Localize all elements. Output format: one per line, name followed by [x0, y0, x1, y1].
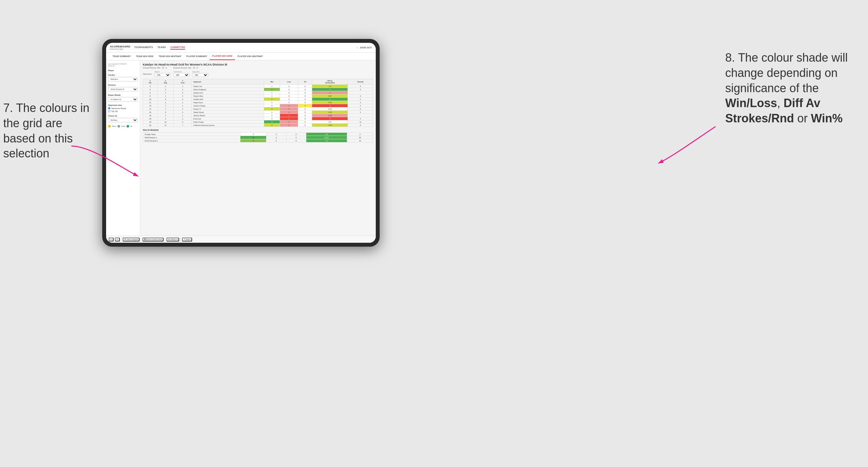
cell-loss: 0 [280, 85, 298, 88]
nav-teams[interactable]: TEAMS [157, 45, 166, 50]
gender-select[interactable]: Women's [108, 77, 138, 82]
cell-reg: 6 [157, 98, 174, 101]
ood-diff: 7.4 [306, 139, 347, 143]
cell-win: 1 [264, 91, 280, 94]
table-row: 14 7 4 Eunice Yi 2 2 0 0.38 9 [143, 107, 373, 111]
cell-diff: 0.3 [312, 120, 348, 124]
cell-opponent: Eunice Yi [192, 107, 264, 111]
ood-win: 15 [241, 136, 267, 139]
cell-conf: 1 [174, 101, 192, 104]
ood-rounds: 30 [347, 136, 373, 139]
ood-loss: 0 [267, 139, 286, 143]
cell-loss: 1 [280, 104, 298, 107]
cell-loss: 0 [280, 101, 298, 104]
cell-tie: 0 [298, 117, 312, 120]
ood-label: NAIA Division 1 [143, 136, 241, 139]
cell-opponent: Jessica Mason [192, 114, 264, 117]
cell-tie: 0 [298, 111, 312, 114]
cell-div: 18 [143, 117, 158, 120]
gender-section: Gender Women's [108, 74, 138, 82]
colour-by-label: Colour by [108, 115, 138, 117]
col-rounds: Rounds [348, 79, 373, 85]
radio-opponents-played[interactable]: Opponents Played [108, 107, 138, 110]
sub-nav-player-h2h-grid[interactable]: PLAYER H2H GRID [210, 53, 235, 60]
sub-nav-team-h2h-heatmap[interactable]: TEAM H2H HEATMAP [156, 53, 184, 60]
cell-diff: 1.5 [312, 85, 348, 88]
division-select[interactable]: NCAA Division III [108, 87, 138, 92]
cell-diff: 3.33 [312, 101, 348, 104]
cell-win: 4 [264, 120, 280, 124]
cell-loss: 1 [280, 120, 298, 124]
sub-nav-team-h2h-grid[interactable]: TEAM H2H GRID [133, 53, 156, 60]
cell-div: 10 [143, 98, 158, 101]
share-button[interactable]: ↗ Share [182, 238, 192, 242]
cell-tie: 0 [298, 91, 312, 94]
cell-loss: 0 [280, 98, 298, 101]
nav-tournaments[interactable]: TOURNAMENTS [134, 45, 153, 50]
toolbar-sep2 [141, 238, 141, 242]
conference-filter-select[interactable]: (All) [173, 73, 189, 77]
table-row: 15 8 5 Stella Cheng 1 1 0 1.25 4 [143, 111, 373, 114]
cell-div: 16 [143, 114, 158, 117]
filter-region-group: Region (All) [154, 71, 171, 77]
nav-committee[interactable]: COMMITTEE [170, 45, 185, 50]
cell-opponent: Heejo Hyun [192, 101, 264, 104]
cell-loss: 0 [280, 91, 298, 94]
cell-loss: 1 [280, 111, 298, 114]
cell-div: 20 [143, 124, 158, 127]
cell-rounds [348, 114, 373, 117]
sub-nav-team-summary[interactable]: TEAM SUMMARY [110, 53, 133, 60]
view-original-button[interactable]: 👁 View: Original [123, 238, 140, 242]
col-reg: # Reg [157, 79, 174, 85]
grid-subtitle: Overall Record: 353 - 34 - 6 Division Re… [143, 67, 373, 69]
cell-tie: 0 [298, 94, 312, 98]
cell-reg: 1 [157, 101, 174, 104]
player-rank-section: Player (Rank) 8. Katelyn Vo [108, 94, 138, 101]
cell-opponent: Federica Domenq Lacroze [192, 124, 264, 127]
cell-tie: 0 [298, 124, 312, 127]
ood-diff: 9.267 [306, 136, 347, 139]
undo-button[interactable]: ↩ [109, 238, 114, 242]
table-row: 16 1 1 Jessica Mason 1 2 0 -0.94 [143, 114, 373, 117]
cell-conf: 1 [174, 85, 192, 88]
watch-button[interactable]: 👁 Watch ▾ [166, 238, 179, 242]
table-row: 3 1 1 Esther Lee 1 0 0 1.5 4 [143, 85, 373, 88]
ood-loss: 0 [267, 133, 286, 136]
ood-tie: 0 [286, 139, 306, 143]
cell-win: 1 [264, 88, 280, 91]
opponent-filter-select[interactable]: (All) [192, 73, 208, 77]
cell-diff: -0.94 [312, 114, 348, 117]
save-custom-button[interactable]: 💾 Save Custom View [143, 238, 163, 242]
region-filter-select[interactable]: (All) [154, 73, 171, 77]
cell-conf: 4 [174, 107, 192, 111]
colour-by-section: Colour by Win/loss [108, 115, 138, 122]
up-dot [127, 125, 129, 128]
tablet-screen: SCOREBOARD Powered by clippd TOURNAMENTS… [106, 43, 376, 243]
sign-out-button[interactable]: Sign out [360, 46, 372, 49]
cell-div: 9 [143, 94, 158, 98]
redo-button[interactable]: ↪ [115, 238, 120, 242]
cell-div: 15 [143, 111, 158, 114]
opponent-filter-label: Opponent [192, 71, 208, 73]
cell-conf: 1 [174, 104, 192, 107]
cell-reg: 1 [157, 104, 174, 107]
sub-nav-player-summary[interactable]: PLAYER SUMMARY [184, 53, 210, 60]
table-row: 18 2 2 Euna Lee 0 3 0 -5 2 [143, 117, 373, 120]
cell-diff: 4 [312, 98, 348, 101]
radio-top-100[interactable]: Top 100 [108, 110, 138, 112]
col-diff: Diff Av Strokes/Rnd [312, 79, 348, 85]
logo-sub: Powered by clippd [110, 48, 130, 50]
sub-nav-player-h2h-heatmap[interactable]: PLAYER H2H HEATMAP [235, 53, 266, 60]
cell-diff: 4 [312, 88, 348, 91]
colour-by-select[interactable]: Win/loss [108, 118, 138, 122]
bottom-toolbar: ↩ ↪ 👁 View: Original 💾 Save Custom View … [106, 236, 376, 243]
cell-reg: 2 [157, 88, 174, 91]
cell-reg: 11 [157, 124, 174, 127]
cell-tie: 0 [298, 98, 312, 101]
cell-tie: 0 [298, 107, 312, 111]
main-content: Katelyn Vo Head-to-Head Grid for Women's… [140, 60, 376, 236]
share-icon: ↗ [184, 239, 185, 241]
toolbar-sep4 [180, 238, 181, 242]
table-row: 10 6 3 Andrea York 2 0 0 4 4 [143, 98, 373, 101]
player-rank-select[interactable]: 8. Katelyn Vo [108, 97, 138, 101]
